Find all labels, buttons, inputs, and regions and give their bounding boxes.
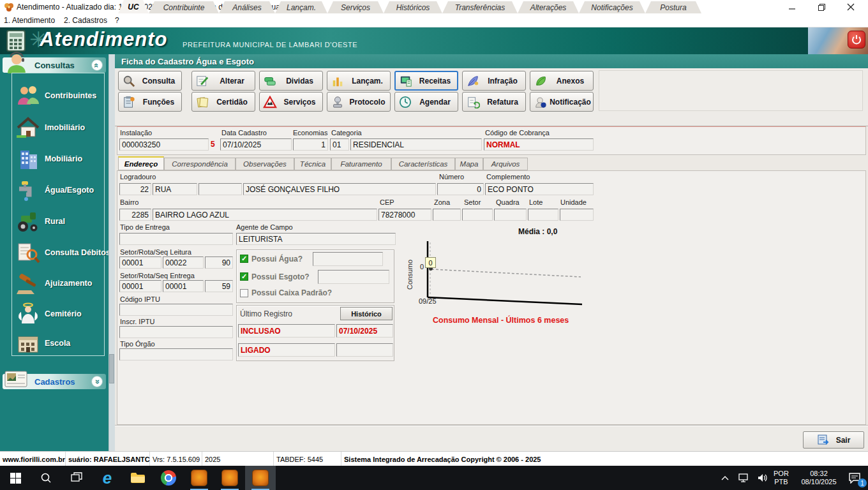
subtab-endereco[interactable]: Endereço — [118, 156, 164, 170]
possui-caixa-checkbox[interactable] — [240, 289, 248, 297]
menu-atendimento[interactable]: 1. Atendimento — [4, 16, 55, 25]
setor-field[interactable] — [462, 209, 493, 221]
restore-button[interactable] — [807, 0, 836, 14]
subtab-faturamento[interactable]: Faturamento — [331, 158, 391, 170]
historico-button[interactable]: Histórico — [340, 307, 393, 320]
subtab-caracteristicas[interactable]: Características — [391, 158, 455, 170]
cep-field[interactable]: 78278000 — [378, 209, 431, 221]
sidebar-scrollbar[interactable] — [108, 54, 115, 451]
entrega-setor-field[interactable]: 00001 — [119, 280, 161, 292]
close-button[interactable] — [836, 0, 865, 14]
inscr-iptu-field[interactable] — [119, 326, 233, 338]
sair-button[interactable]: Sair — [803, 431, 864, 449]
categoria-cod-field[interactable]: 01 — [330, 138, 349, 151]
sidebar-item-cemiterio[interactable]: Cemitério — [15, 299, 107, 329]
registro-status-field[interactable]: LIGADO — [238, 343, 335, 357]
taskbar-app-3-active[interactable] — [245, 466, 276, 490]
minimize-button[interactable] — [777, 0, 807, 14]
taskbar-app-2[interactable] — [214, 466, 245, 490]
tab-contribuinte[interactable]: Contribuinte — [149, 1, 219, 13]
numero-field[interactable]: 0 — [437, 183, 484, 195]
funcoes-button[interactable]: Funções — [118, 92, 182, 112]
tipo-orgao-field[interactable] — [119, 348, 233, 360]
bairro-field[interactable]: BAIRRO LAGO AZUL — [153, 209, 377, 221]
codigo-iptu-field[interactable] — [119, 304, 233, 316]
tray-expand-button[interactable] — [716, 466, 734, 490]
subtab-tecnica[interactable]: Técnica — [294, 158, 331, 170]
notificacao-button[interactable]: Notificação — [530, 92, 594, 112]
data-cadastro-field[interactable]: 07/10/2025 — [220, 138, 292, 151]
taskbar-search-button[interactable] — [31, 466, 61, 490]
subtab-arquivos[interactable]: Arquivos — [483, 158, 528, 170]
lancam-button[interactable]: Lançam. — [327, 71, 391, 91]
agendar-button[interactable]: Agendar — [394, 92, 458, 112]
logradouro-extra-field[interactable] — [198, 183, 242, 195]
sidebar-item-rural[interactable]: Rural — [15, 207, 107, 236]
language-indicator[interactable]: POR PTB — [774, 470, 789, 486]
possui-esgoto-field[interactable] — [318, 270, 389, 284]
anexos-button[interactable]: Anexos — [530, 71, 594, 91]
zona-field[interactable] — [433, 209, 461, 221]
tipo-entrega-field[interactable] — [119, 233, 233, 245]
notification-center-button[interactable]: 1 — [841, 466, 868, 490]
agente-field[interactable]: LEITURISTA — [236, 233, 396, 245]
logradouro-tipo-field[interactable]: RUA — [153, 183, 197, 195]
instalacao-field[interactable]: 000003250 — [119, 138, 209, 151]
quadra-field[interactable] — [494, 209, 527, 221]
taskbar-explorer[interactable] — [123, 466, 153, 490]
logradouro-cod-field[interactable]: 22 — [119, 183, 151, 195]
unidade-field[interactable] — [560, 209, 594, 221]
tab-lancam[interactable]: Lançam. — [275, 1, 327, 13]
consulta-button[interactable]: Consulta — [118, 71, 182, 91]
possui-agua-checkbox[interactable]: ✓ — [240, 255, 248, 263]
tab-notificacoes[interactable]: Notificações — [579, 1, 645, 13]
network-tray-icon[interactable] — [734, 466, 753, 490]
tab-historicos[interactable]: Históricos — [384, 1, 442, 13]
entrega-seq-field[interactable]: 59 — [205, 280, 233, 292]
task-view-button[interactable] — [61, 466, 92, 490]
protocolo-button[interactable]: Protocolo — [327, 92, 391, 112]
subtab-observacoes[interactable]: Observações — [236, 158, 294, 170]
sidebar-item-imobiliario[interactable]: Imobiliário — [15, 113, 107, 142]
registro-tipo-field[interactable]: INCLUSAO — [238, 324, 335, 338]
sidebar-item-agua-esgoto[interactable]: Água/Esgoto — [15, 175, 107, 205]
sidebar-item-mobiliario[interactable]: Mobiliário — [15, 144, 107, 174]
dividas-button[interactable]: Dividas — [259, 71, 323, 91]
registro-status2-field[interactable] — [336, 343, 393, 357]
economias-field[interactable]: 1 — [293, 138, 328, 151]
taskbar-app-1[interactable] — [184, 466, 214, 490]
clock-tray[interactable]: 08:32 08/10/2025 — [797, 470, 841, 486]
sidebar-scrollbar-thumb[interactable] — [109, 354, 114, 383]
possui-agua-field[interactable] — [313, 252, 383, 266]
menu-help[interactable]: ? — [115, 16, 119, 25]
tab-analises[interactable]: Análises — [219, 1, 275, 13]
sidebar-item-consulta-debitos[interactable]: Consulta Débitos — [15, 238, 107, 267]
receitas-button[interactable]: Receitas — [394, 71, 458, 91]
taskbar-ie[interactable]: e — [92, 466, 123, 490]
infracao-button[interactable]: Infração — [462, 71, 526, 91]
certidao-button[interactable]: Certidão — [191, 92, 255, 112]
subtab-correspondencia[interactable]: Correspondência — [164, 158, 236, 170]
collapse-consultas-button[interactable]: « — [91, 59, 103, 71]
categoria-field[interactable]: RESIDENCIAL — [350, 138, 482, 151]
subtab-mapa[interactable]: Mapa — [455, 158, 483, 170]
tab-alteracoes[interactable]: Alterações — [518, 1, 579, 13]
tab-servicos[interactable]: Serviços — [327, 1, 384, 13]
bairro-cod-field[interactable]: 2285 — [119, 209, 151, 221]
expand-cadastros-button[interactable]: « — [91, 376, 103, 387]
alterar-button[interactable]: Alterar — [191, 71, 255, 91]
taskbar-chrome[interactable] — [153, 466, 184, 490]
entrega-rota-field[interactable]: 00001 — [163, 280, 204, 292]
complemento-field[interactable]: ECO PONTO — [485, 183, 594, 195]
refatura-button[interactable]: Refatura — [462, 92, 526, 112]
servicos-button[interactable]: Serviços — [259, 92, 323, 112]
sidebar-item-ajuizamento[interactable]: Ajuizamento — [15, 269, 107, 298]
sidebar-item-contribuintes[interactable]: Contribuintes — [15, 81, 107, 110]
menu-cadastros[interactable]: 2. Cadastros — [64, 16, 107, 25]
sidebar-item-escola[interactable]: Escola — [15, 329, 107, 358]
cobranca-field[interactable]: NORMAL — [484, 138, 594, 151]
lote-field[interactable] — [528, 209, 558, 221]
tab-postura[interactable]: Postura — [645, 1, 701, 13]
leitura-seq-field[interactable]: 90 — [205, 256, 233, 269]
start-button[interactable] — [0, 466, 31, 490]
